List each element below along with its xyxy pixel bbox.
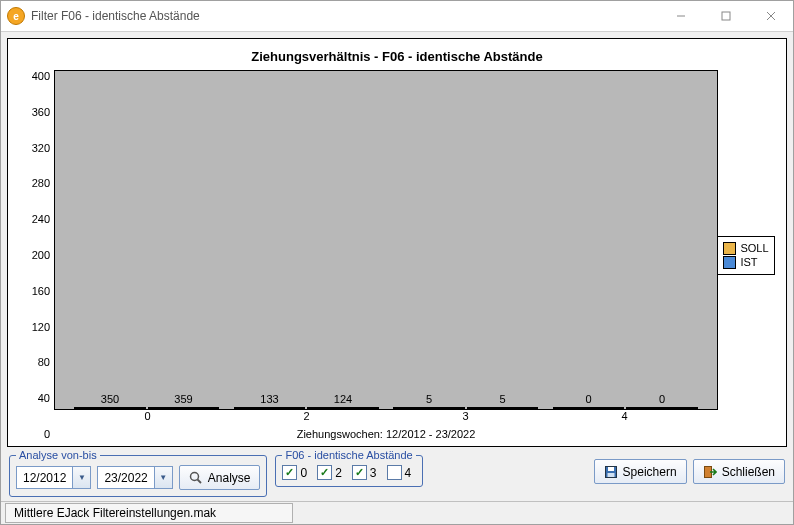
filter-fieldset: F06 - identische Abstände ✓0✓2✓34 [275, 449, 422, 487]
bar-label: 359 [174, 393, 192, 405]
y-tick: 0 [44, 428, 50, 440]
close-window-button[interactable] [748, 2, 793, 30]
close-button[interactable]: Schließen [693, 459, 785, 484]
analyse-legend: Analyse von-bis [16, 449, 100, 461]
svg-rect-1 [722, 12, 730, 20]
bar-soll: 133 [234, 407, 306, 409]
x-axis: 0234 [54, 410, 718, 426]
y-axis: 40036032028024020016012080400 [20, 70, 54, 440]
svg-rect-8 [607, 473, 614, 477]
x-tick: 3 [386, 410, 545, 426]
filter-checkbox-4[interactable]: 4 [387, 465, 412, 480]
bar-ist: 359 [148, 407, 220, 409]
x-tick: 0 [68, 410, 227, 426]
bar-ist: 5 [467, 407, 539, 409]
window-title: Filter F06 - identische Abstände [31, 9, 658, 23]
app-window: e Filter F06 - identische Abstände Ziehu… [0, 0, 794, 525]
checkbox-label: 3 [370, 466, 377, 480]
bar-ist: 124 [307, 407, 379, 409]
bar-group: 133124 [229, 407, 385, 409]
legend-label-soll: SOLL [740, 242, 768, 254]
y-tick: 280 [32, 177, 50, 189]
bar-label: 5 [426, 393, 432, 405]
bar-label: 0 [585, 393, 591, 405]
from-combo[interactable]: 12/2012▼ [16, 466, 91, 489]
controls-row: Analyse von-bis 12/2012▼ 23/2022▼ Analys… [1, 449, 793, 501]
legend-label-ist: IST [740, 256, 757, 268]
filter-checkbox-3[interactable]: ✓3 [352, 465, 377, 480]
y-tick: 80 [38, 356, 50, 368]
svg-line-5 [197, 479, 201, 483]
analyse-button[interactable]: Analyse [179, 465, 261, 490]
chart-body: 40036032028024020016012080400 3503591331… [20, 70, 774, 440]
bar-label: 350 [101, 393, 119, 405]
save-button[interactable]: Speichern [594, 459, 687, 484]
legend-swatch-ist [723, 256, 736, 269]
plot-area: 3503591331245500 [54, 70, 718, 410]
bar-group: 350359 [69, 407, 225, 409]
legend: SOLL IST [718, 70, 774, 440]
filter-checkbox-2[interactable]: ✓2 [317, 465, 342, 480]
status-bar: Mittlere EJack Filtereinstellungen.mak [1, 501, 793, 524]
svg-rect-7 [608, 467, 614, 471]
checkbox-icon: ✓ [352, 465, 367, 480]
chart-subtitle: Ziehungswochen: 12/2012 - 23/2022 [54, 428, 718, 440]
maximize-button[interactable] [703, 2, 748, 30]
exit-icon [703, 465, 717, 479]
bar-label: 133 [260, 393, 278, 405]
bar-label: 0 [659, 393, 665, 405]
y-tick: 400 [32, 70, 50, 82]
bar-soll: 350 [74, 407, 146, 409]
status-file: Mittlere EJack Filtereinstellungen.mak [5, 503, 293, 523]
chart-panel: Ziehungsverhältnis - F06 - identische Ab… [7, 38, 787, 447]
to-combo[interactable]: 23/2022▼ [97, 466, 172, 489]
title-bar: e Filter F06 - identische Abstände [1, 1, 793, 32]
y-tick: 40 [38, 392, 50, 404]
bar-group: 55 [388, 407, 544, 409]
y-tick: 360 [32, 106, 50, 118]
checkbox-label: 0 [300, 466, 307, 480]
filter-checkbox-0[interactable]: ✓0 [282, 465, 307, 480]
filter-legend: F06 - identische Abstände [282, 449, 415, 461]
minimize-button[interactable] [658, 2, 703, 30]
y-tick: 120 [32, 321, 50, 333]
svg-point-4 [190, 472, 198, 480]
checkbox-icon: ✓ [317, 465, 332, 480]
analyse-fieldset: Analyse von-bis 12/2012▼ 23/2022▼ Analys… [9, 449, 267, 497]
dropdown-arrow-icon: ▼ [154, 467, 172, 488]
y-tick: 240 [32, 213, 50, 225]
checkbox-icon: ✓ [282, 465, 297, 480]
bar-soll: 0 [553, 407, 625, 409]
save-icon [604, 465, 618, 479]
bar-soll: 5 [393, 407, 465, 409]
bar-label: 5 [499, 393, 505, 405]
bar-ist: 0 [626, 407, 698, 409]
chart-title: Ziehungsverhältnis - F06 - identische Ab… [20, 49, 774, 64]
checkbox-label: 4 [405, 466, 412, 480]
dropdown-arrow-icon: ▼ [72, 467, 90, 488]
checkbox-icon [387, 465, 402, 480]
x-tick: 4 [545, 410, 704, 426]
bar-group: 00 [548, 407, 704, 409]
checkbox-label: 2 [335, 466, 342, 480]
y-tick: 200 [32, 249, 50, 261]
search-icon [189, 471, 203, 485]
legend-swatch-soll [723, 242, 736, 255]
y-tick: 320 [32, 142, 50, 154]
app-icon: e [7, 7, 25, 25]
y-tick: 160 [32, 285, 50, 297]
bar-label: 124 [334, 393, 352, 405]
x-tick: 2 [227, 410, 386, 426]
